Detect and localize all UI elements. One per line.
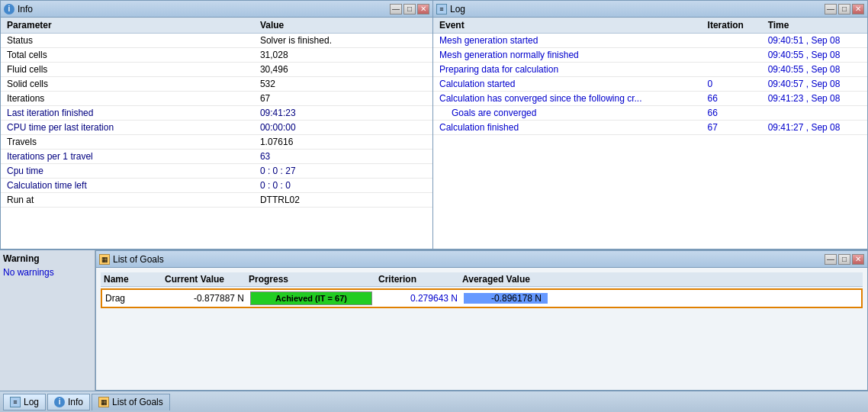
table-row: Iterations per 1 travel63 <box>1 150 432 164</box>
log-event-cell: Calculation started <box>433 77 702 92</box>
table-row: Fluid cells30,496 <box>1 63 432 77</box>
table-row: Iterations67 <box>1 92 432 106</box>
log-table: Event Iteration Time Mesh generation sta… <box>433 18 867 135</box>
table-row: Mesh generation normally finished09:40:5… <box>433 48 867 63</box>
top-panels: i Info — □ ✕ Parameter Value <box>0 0 868 249</box>
taskbar-info-icon: i <box>54 397 65 407</box>
log-col-iteration: Iteration <box>702 18 762 34</box>
info-content: Parameter Value StatusSolver is finished… <box>1 18 432 249</box>
table-row: Solid cells532 <box>1 77 432 92</box>
warning-panel: Warning No warnings <box>0 250 95 391</box>
info-value-cell: 0 : 0 : 0 <box>254 179 432 193</box>
log-event-cell: Mesh generation normally finished <box>433 48 702 63</box>
taskbar-info-btn[interactable]: i Info <box>47 394 90 410</box>
table-row: Calculation started009:40:57 , Sep 08 <box>433 77 867 92</box>
goals-name-cell: Drag <box>105 293 166 304</box>
log-iteration-cell <box>702 34 762 48</box>
main-area: i Info — □ ✕ Parameter Value <box>0 0 868 412</box>
goals-minimize-btn[interactable]: — <box>825 254 837 265</box>
table-row: Travels1.07616 <box>1 135 432 150</box>
info-param-cell: Travels <box>1 135 254 150</box>
list-item: Drag-0.877887 NAchieved (IT = 67)0.27964… <box>101 288 863 308</box>
log-title: Log <box>450 4 465 14</box>
goals-progress-cell: Achieved (IT = 67) <box>250 291 380 305</box>
goals-window-area: ▦ List of Goals — □ ✕ Name Current Value… <box>95 250 868 391</box>
info-value-cell: Solver is finished. <box>254 34 432 48</box>
log-iteration-cell <box>702 48 762 63</box>
info-param-cell: Fluid cells <box>1 63 254 77</box>
log-event-cell: Mesh generation started <box>433 34 702 48</box>
info-param-cell: CPU time per last iteration <box>1 121 254 135</box>
log-panel: ≡ Log — □ ✕ Event Iteration Time <box>432 0 868 249</box>
info-param-cell: Run at <box>1 193 254 208</box>
log-time-cell: 09:40:51 , Sep 08 <box>762 34 867 48</box>
info-value-cell: 1.07616 <box>254 135 432 150</box>
info-param-cell: Solid cells <box>1 77 254 92</box>
info-col-param: Parameter <box>1 18 254 34</box>
goals-maximize-btn[interactable]: □ <box>838 254 850 265</box>
log-iteration-cell <box>702 63 762 77</box>
progress-bar: Achieved (IT = 67) <box>250 291 372 305</box>
log-time-cell: 09:40:55 , Sep 08 <box>762 63 867 77</box>
log-iteration-cell: 66 <box>702 92 762 106</box>
taskbar-log-btn[interactable]: ≡ Log <box>3 394 46 410</box>
goals-col-criterion: Criterion <box>378 274 462 285</box>
table-row: Calculation time left0 : 0 : 0 <box>1 179 432 193</box>
warning-title: Warning <box>3 253 92 264</box>
log-iteration-cell: 67 <box>702 121 762 135</box>
goals-col-current: Current Value <box>165 274 249 285</box>
goals-averaged-cell: -0.896178 N <box>464 293 548 304</box>
log-minimize-btn[interactable]: — <box>825 4 837 14</box>
log-event-cell: Calculation has converged since the foll… <box>433 92 702 106</box>
table-row: Preparing data for calculation09:40:55 ,… <box>433 63 867 77</box>
taskbar-goals-btn[interactable]: ▦ List of Goals <box>92 394 170 410</box>
log-title-icon: ≡ <box>436 4 447 14</box>
goals-col-progress: Progress <box>249 274 378 285</box>
info-value-cell: 67 <box>254 92 432 106</box>
info-param-cell: Calculation time left <box>1 179 254 193</box>
goals-titlebar-left: ▦ List of Goals <box>99 254 164 265</box>
info-maximize-btn[interactable]: □ <box>403 4 416 14</box>
log-titlebar-buttons: — □ ✕ <box>825 4 864 14</box>
log-event-cell: Preparing data for calculation <box>433 63 702 77</box>
info-value-cell: 30,496 <box>254 63 432 77</box>
goals-titlebar: ▦ List of Goals — □ ✕ <box>96 251 867 268</box>
info-table: Parameter Value StatusSolver is finished… <box>1 18 432 208</box>
log-close-btn[interactable]: ✕ <box>852 4 864 14</box>
info-value-cell: 00:00:00 <box>254 121 432 135</box>
taskbar-log-icon: ≡ <box>10 397 21 407</box>
goals-titlebar-buttons: — □ ✕ <box>825 254 864 265</box>
no-warnings-text: No warnings <box>3 267 92 278</box>
table-row: Goals are converged66 <box>433 106 867 121</box>
log-iteration-cell: 66 <box>702 106 762 121</box>
info-titlebar-buttons: — □ ✕ <box>390 4 429 14</box>
taskbar-goals-icon: ▦ <box>98 397 109 407</box>
log-maximize-btn[interactable]: □ <box>838 4 850 14</box>
goals-close-btn[interactable]: ✕ <box>852 254 864 265</box>
info-value-cell: DTTRL02 <box>254 193 432 208</box>
info-param-cell: Iterations per 1 travel <box>1 150 254 164</box>
info-titlebar-left: i Info <box>4 4 33 14</box>
taskbar-info-label: Info <box>68 397 83 407</box>
info-title-icon: i <box>4 4 14 14</box>
table-row: CPU time per last iteration00:00:00 <box>1 121 432 135</box>
log-time-cell: 09:41:27 , Sep 08 <box>762 121 867 135</box>
bottom-section: Warning No warnings ▦ List of Goals — □ … <box>0 249 868 391</box>
goals-current-cell: -0.877887 N <box>166 293 250 304</box>
goals-title: List of Goals <box>113 254 164 265</box>
goals-window: ▦ List of Goals — □ ✕ Name Current Value… <box>95 250 868 391</box>
goals-rows-container: Drag-0.877887 NAchieved (IT = 67)0.27964… <box>101 288 863 308</box>
info-value-cell: 532 <box>254 77 432 92</box>
log-event-cell: Calculation finished <box>433 121 702 135</box>
log-content: Event Iteration Time Mesh generation sta… <box>433 18 867 249</box>
info-value-cell: 31,028 <box>254 48 432 63</box>
info-param-cell: Total cells <box>1 48 254 63</box>
info-close-btn[interactable]: ✕ <box>417 4 429 14</box>
goals-content: Name Current Value Progress Criterion Av… <box>96 268 867 390</box>
taskbar: ≡ Log i Info ▦ List of Goals <box>0 391 868 412</box>
info-panel: i Info — □ ✕ Parameter Value <box>0 0 432 249</box>
info-param-cell: Last iteration finished <box>1 106 254 121</box>
info-param-cell: Cpu time <box>1 164 254 179</box>
info-minimize-btn[interactable]: — <box>390 4 402 14</box>
log-titlebar-left: ≡ Log <box>436 4 465 14</box>
